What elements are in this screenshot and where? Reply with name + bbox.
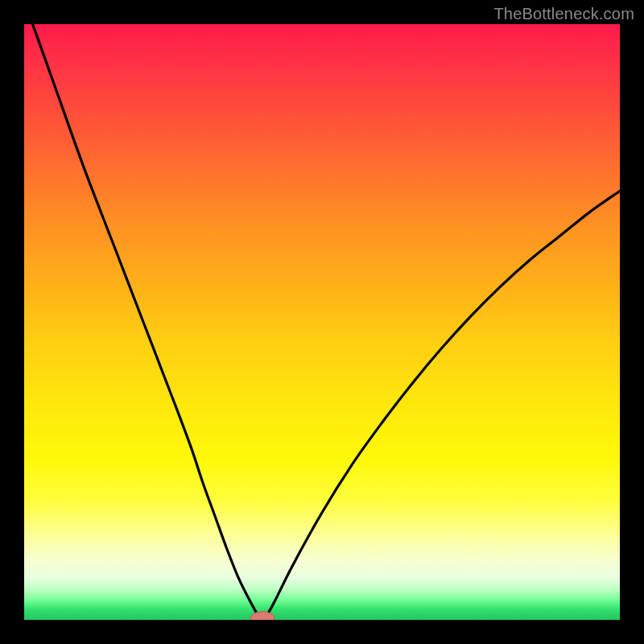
plot-area xyxy=(24,24,620,620)
chart-svg xyxy=(24,24,620,620)
optimum-marker xyxy=(250,612,275,620)
bottleneck-curve xyxy=(24,24,620,619)
chart-frame: TheBottleneck.com xyxy=(0,0,644,644)
watermark-text: TheBottleneck.com xyxy=(493,5,634,23)
